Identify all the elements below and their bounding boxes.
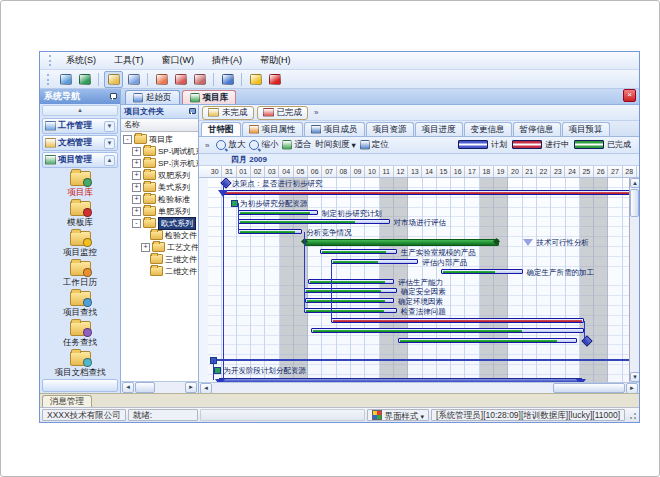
gtab-project-properties[interactable]: 项目属性 (242, 122, 303, 136)
close-icon[interactable]: × (623, 89, 636, 102)
collapse-icon[interactable]: - (132, 219, 141, 228)
expand-icon[interactable]: + (132, 147, 141, 156)
task-bar[interactable] (238, 229, 302, 234)
summary-in-progress-bar[interactable] (222, 190, 630, 195)
chevron-up-icon[interactable]: ▲ (104, 155, 115, 166)
task-bar[interactable] (398, 338, 577, 343)
report-send-button[interactable] (191, 72, 208, 87)
task-bar[interactable] (331, 259, 418, 264)
sidebar-scroll-up-button[interactable]: ▲ (42, 105, 118, 116)
report-edit-button[interactable] (172, 72, 189, 87)
expand-icon[interactable]: + (132, 183, 141, 192)
chevron-down-icon[interactable]: ▼ (104, 121, 115, 132)
tree-horizontal-scrollbar[interactable]: ◄ ► (121, 381, 198, 393)
group-marker[interactable] (214, 367, 221, 374)
task-bar[interactable] (238, 210, 318, 215)
filter-finished[interactable]: 已完成 (257, 106, 309, 120)
plan-summary-bar[interactable] (219, 378, 581, 382)
tree-item[interactable]: 三维文件 (121, 253, 198, 265)
scroll-thumb[interactable] (630, 189, 639, 217)
task-bar[interactable] (304, 308, 397, 313)
tree-item[interactable]: 二维文件 (121, 265, 198, 277)
expand-icon[interactable]: + (141, 243, 150, 252)
menu-window[interactable]: 窗口(W) (153, 53, 204, 68)
tool-zoom-out[interactable]: 缩小 (249, 139, 278, 151)
tree-item[interactable]: +单肥系列 (121, 205, 198, 217)
menu-help[interactable]: 帮助(H) (251, 53, 300, 68)
filter-unfinished[interactable]: 未完成 (202, 106, 254, 120)
summary-completed-bar[interactable] (304, 239, 499, 246)
collapse-icon[interactable]: - (123, 135, 132, 144)
section-document-management[interactable]: 文档管理▼ (42, 135, 118, 151)
task-bar[interactable] (305, 298, 394, 303)
toolbar-overflow-icon[interactable]: » (202, 141, 212, 150)
task-bar[interactable] (441, 269, 523, 274)
expand-icon[interactable]: + (132, 195, 141, 204)
interface-style-dropdown[interactable]: 界面样式 ▾ (367, 409, 428, 421)
sidebar-item-project-library[interactable]: 项目库 (43, 171, 117, 199)
tree-item[interactable]: +美式系列 (121, 181, 198, 193)
tool-time-scale[interactable]: 时间刻度▾ (315, 139, 355, 151)
scroll-right-arrow[interactable]: ► (626, 383, 638, 394)
gtab-change-info[interactable]: 变更信息 (464, 122, 512, 136)
stop-button[interactable] (266, 72, 283, 87)
gtab-pause-info[interactable]: 暂停信息 (513, 122, 561, 136)
resize-grip[interactable] (628, 411, 637, 420)
folder-view-button[interactable] (125, 72, 142, 87)
message-management-tab[interactable]: 消息管理 (42, 395, 92, 407)
tree-item[interactable]: +SP-演示机系 (121, 157, 198, 169)
gantt-horizontal-scrollbar[interactable]: ◄ ► (199, 382, 639, 393)
more-options-icon[interactable]: » (311, 108, 321, 117)
tree-item[interactable]: +双肥系列 (121, 169, 198, 181)
tool-locate[interactable]: 定位 (360, 139, 389, 151)
scroll-thumb[interactable] (553, 383, 625, 393)
tree-item[interactable]: +工艺文件 (121, 241, 198, 253)
help-globe-button[interactable] (219, 72, 236, 87)
task-bar[interactable] (320, 249, 397, 254)
open-folder-button[interactable] (104, 71, 123, 88)
gtab-project-members[interactable]: 项目成员 (304, 122, 365, 136)
section-project-management[interactable]: 项目管理▲ (42, 152, 118, 168)
gtab-project-resources[interactable]: 项目资源 (366, 122, 414, 136)
sidebar-item-work-calendar[interactable]: 工作日历 (43, 261, 117, 289)
gtab-project-budget[interactable]: 项目预算 (562, 122, 610, 136)
tree-item[interactable]: +SP-调试机系 (121, 145, 198, 157)
summary-in-progress-bar[interactable] (331, 318, 584, 323)
task-bar[interactable] (238, 219, 390, 224)
tab-start-page[interactable]: 起始页 (125, 90, 180, 104)
gtab-gantt[interactable]: 甘特图 (201, 122, 241, 136)
task-bar[interactable] (311, 328, 584, 333)
gantt-vertical-scrollbar[interactable]: ▲ ▼ (629, 178, 639, 382)
section-work-management[interactable]: 工作管理▼ (42, 118, 118, 134)
tree-item[interactable]: 检验文件 (121, 229, 198, 241)
lock-button[interactable] (247, 72, 264, 87)
tree-item[interactable]: -欧式系列 (121, 217, 198, 229)
menu-system[interactable]: 系统(S) (57, 53, 105, 68)
report-new-button[interactable] (153, 72, 170, 87)
task-bar[interactable] (304, 288, 397, 293)
menu-plugins[interactable]: 插件(A) (203, 53, 251, 68)
pin-icon[interactable] (188, 108, 195, 115)
pin-icon[interactable] (109, 93, 116, 100)
scroll-left-arrow[interactable]: ◄ (122, 382, 134, 393)
scroll-down-arrow[interactable]: ▼ (630, 372, 639, 382)
tab-project-library[interactable]: 项目库 (182, 90, 237, 104)
tree-item[interactable]: -项目库 (121, 133, 198, 145)
scroll-left-arrow[interactable]: ◄ (200, 383, 212, 394)
sidebar-item-task-search[interactable]: 任务查找 (43, 321, 117, 349)
globe-button[interactable] (76, 72, 93, 87)
menu-tools[interactable]: 工具(T) (105, 53, 153, 68)
scroll-up-arrow[interactable]: ▲ (630, 178, 639, 188)
chevron-down-icon[interactable]: ▼ (104, 138, 115, 149)
sidebar-item-template-library[interactable]: 模板库 (43, 201, 117, 229)
sidebar-collapsed-section[interactable] (42, 379, 118, 392)
tool-zoom-in[interactable]: 放大 (216, 139, 245, 151)
gtab-project-progress[interactable]: 项目进度 (415, 122, 463, 136)
tool-fit[interactable]: 适合 (282, 139, 311, 151)
expand-icon[interactable]: + (132, 207, 141, 216)
scroll-thumb[interactable] (135, 382, 155, 393)
computer-button[interactable] (57, 72, 74, 87)
sidebar-item-project-search[interactable]: 项目查找 (43, 291, 117, 319)
task-bar[interactable] (308, 279, 394, 284)
sidebar-item-project-doc-search[interactable]: 项目文档查找 (43, 351, 117, 378)
